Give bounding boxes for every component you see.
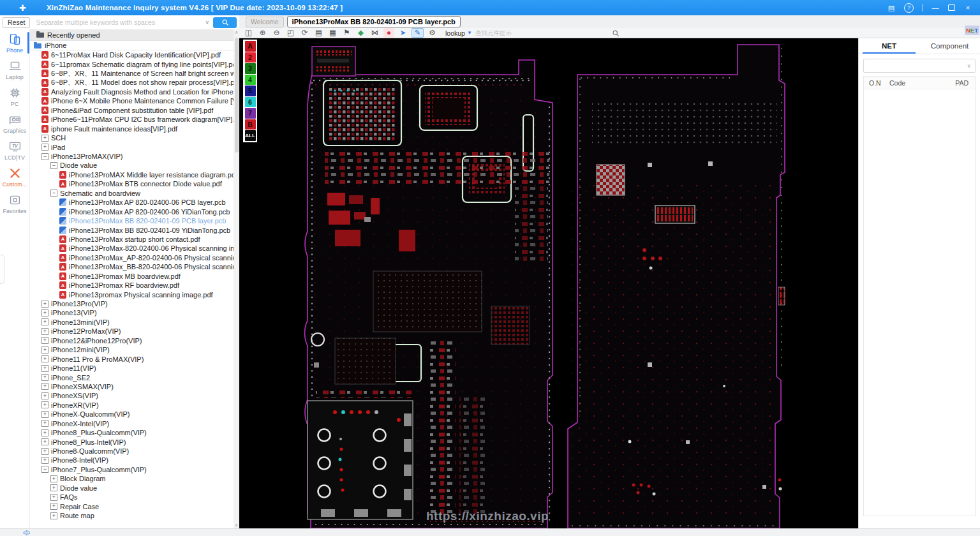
help-icon[interactable]: ? (904, 3, 914, 13)
tree-item[interactable]: +Repair Case (30, 502, 239, 510)
expand-icon[interactable]: + (50, 512, 57, 519)
expand-icon[interactable]: + (41, 309, 48, 316)
tree-item[interactable]: Aiphone Fault maintenance ideas[VIP].pdf (30, 124, 239, 133)
tab-welcome[interactable]: Welcome (246, 17, 284, 27)
lookup-dropdown[interactable]: lookup (445, 29, 465, 37)
minimize-icon[interactable]: — (931, 4, 940, 11)
tree-item[interactable]: +iPhone12mini(VIP) (30, 345, 239, 354)
tree-item[interactable]: A6~8P、XR、11 Maintenance of Screen half b… (30, 69, 239, 78)
tree-item[interactable]: iPhone13ProMax AP 820-02400-06 PCB layer… (30, 198, 239, 207)
tree-item[interactable]: AiPhone13ProMax_AP-820-02400-06 Physical… (30, 253, 239, 262)
tree-item[interactable]: AiPhone13ProMax startup short contact.pd… (30, 235, 239, 244)
probe-icon[interactable]: ⚑ (341, 28, 352, 38)
layer-swatch-6[interactable]: 6 (245, 97, 256, 108)
sidebar-item-laptop[interactable]: Laptop (0, 56, 29, 83)
tree-item[interactable]: +iPhone8_Plus-Intel(VIP) (30, 437, 239, 446)
layer-swatch-7[interactable]: 7 (245, 108, 256, 119)
tree-item[interactable]: +FAQs (30, 493, 239, 502)
close-icon[interactable]: × (963, 4, 972, 11)
sidebar-item-graphics[interactable]: Graphics (0, 110, 29, 137)
tree-item[interactable]: A6~8P、XR、11 Model does not show repair p… (30, 78, 239, 87)
layer-swatch-3[interactable]: 3 (245, 63, 256, 74)
tree-item[interactable]: +iPhone11(VIP) (30, 364, 239, 373)
expand-icon[interactable]: + (41, 346, 48, 354)
expand-icon[interactable]: + (41, 448, 48, 455)
component-lookup-input[interactable] (474, 29, 572, 37)
chevron-down-icon[interactable]: ∨ (205, 19, 209, 26)
tab-net[interactable]: NET (859, 38, 919, 54)
collapse-icon[interactable]: − (50, 162, 57, 169)
expand-icon[interactable]: + (41, 318, 48, 325)
tree-item[interactable]: AiPhone 6~X Mobile Phone Maintenance Com… (30, 96, 239, 105)
tree-item[interactable]: −Diode value (30, 161, 239, 170)
tree-item[interactable]: AiPhone&iPad Component substitution tabl… (30, 106, 239, 115)
tree-item[interactable]: +iPhone_SE2 (30, 373, 239, 382)
expand-icon[interactable]: + (50, 503, 57, 510)
expand-icon[interactable]: + (41, 420, 48, 427)
component-search-icon[interactable] (612, 29, 620, 37)
tree-item[interactable]: +iPhoneXS(VIP) (30, 391, 239, 400)
tree-item[interactable]: AiPhone13ProMax_BB-820-02400-06 Physical… (30, 262, 239, 271)
layer-swatch-b[interactable]: B (245, 119, 256, 130)
expand-icon[interactable]: + (41, 429, 48, 436)
expand-icon[interactable]: + (50, 484, 57, 491)
scroll-down-icon[interactable]: ∨ (234, 523, 239, 528)
sidebar-item-pc[interactable]: PC (0, 83, 29, 110)
sidebar-item-phone[interactable]: Phone (0, 29, 29, 56)
expand-icon[interactable]: + (41, 365, 48, 372)
tree-item[interactable]: +iPhoneX-Intel(VIP) (30, 419, 239, 428)
mouse-settings-icon[interactable]: ⚙ (427, 28, 438, 38)
paste-board-icon[interactable]: ▦ (327, 28, 338, 38)
expand-icon[interactable]: + (50, 494, 57, 501)
screenshot-icon[interactable]: ▤ (887, 4, 896, 12)
expand-icon[interactable]: + (41, 438, 48, 445)
expand-icon[interactable]: + (41, 457, 48, 464)
sidebar-item-lcdtv[interactable]: TV LCD|TV (0, 137, 29, 163)
jump-to-icon[interactable]: ➤ (397, 28, 408, 38)
tree-item[interactable]: +SCH (30, 133, 239, 142)
highlight-net-icon[interactable]: ● (383, 28, 394, 38)
maximize-icon[interactable] (948, 4, 955, 11)
tree-scrollbar[interactable]: ∧ ∨ (234, 29, 239, 528)
layer-swatch-5[interactable]: 5 (245, 86, 256, 96)
tree-item[interactable]: +iPhone13Pro(VIP) (30, 299, 239, 308)
expand-icon[interactable]: + (50, 475, 57, 482)
tree-item[interactable]: iPhone13ProMax BB 820-02401-09 PCB layer… (30, 216, 239, 225)
tree-item[interactable]: +iPhone13mini(VIP) (30, 318, 239, 327)
layer-swatch-4[interactable]: 4 (245, 75, 256, 86)
announcement-speaker-icon[interactable] (23, 530, 30, 536)
tree-item[interactable]: AiPhone13ProMAX Middle layer resistance … (30, 170, 239, 179)
tree-item[interactable]: AiPhone13Promax MB boardview.pdf (30, 272, 239, 281)
tree-item[interactable]: iPhone13ProMax AP 820-02400-06 YiDianTon… (30, 207, 239, 216)
diamond-layer-icon[interactable]: ◆ (355, 28, 366, 38)
tree-item[interactable]: +iPhone8-Intel(VIP) (30, 456, 239, 465)
tree-item[interactable]: AiPhone13ProMax-820-02400-06 Physical sc… (30, 244, 239, 253)
panel-collapse-icon[interactable]: ‹ (227, 263, 229, 269)
expand-icon[interactable]: + (41, 374, 48, 381)
tree-item[interactable]: +iPhone13(VIP) (30, 308, 239, 317)
collapse-icon[interactable]: − (50, 190, 57, 197)
reset-button[interactable]: Reset (3, 17, 30, 28)
sidebar-item-custom[interactable]: Custom... (0, 163, 29, 190)
split-view-icon[interactable]: ◫ (243, 28, 254, 38)
scrollbar-thumb[interactable] (235, 38, 239, 153)
tree-item[interactable]: +iPhone12ProMax(VIP) (30, 327, 239, 336)
expand-icon[interactable]: + (41, 301, 48, 308)
tree-item[interactable]: AAnalyzing Fault Diagnosis Method and Lo… (30, 87, 239, 96)
tree-item[interactable]: +Route map (30, 511, 239, 520)
edge-handle[interactable] (0, 255, 4, 284)
layer-swatch-a[interactable]: A (245, 41, 256, 52)
sidebar-item-favorites[interactable]: Favorites (0, 190, 29, 217)
tree-item[interactable]: +Block Diagram (30, 474, 239, 483)
tree-item[interactable]: +iPhoneXSMAX(VIP) (30, 382, 239, 391)
copy-board-icon[interactable]: ▤ (313, 28, 324, 38)
chevron-down-icon[interactable]: ▼ (467, 30, 472, 36)
expand-icon[interactable]: + (41, 355, 48, 362)
tree-item[interactable]: +iPhone12&iPhone12Pro(VIP) (30, 336, 239, 345)
refresh-icon[interactable]: ⟳ (299, 28, 310, 38)
expand-icon[interactable]: + (41, 401, 48, 408)
tree-item[interactable]: iPhone (30, 40, 239, 50)
expand-icon[interactable]: + (41, 392, 48, 399)
tree-item[interactable]: +iPad (30, 142, 239, 151)
search-button[interactable] (213, 17, 237, 28)
